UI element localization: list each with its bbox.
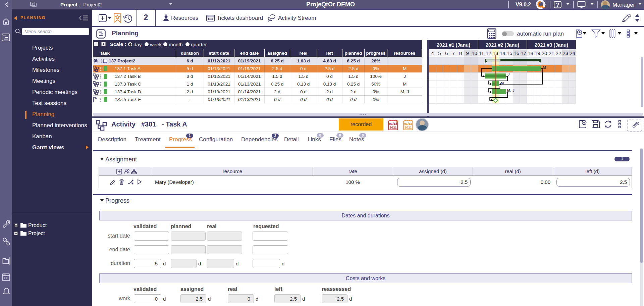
svg-text:2021 #1 (Janu): 2021 #1 (Janu) <box>437 42 470 48</box>
svg-text:19: 19 <box>535 50 540 56</box>
svg-text:11: 11 <box>479 50 484 56</box>
svg-text:6: 6 <box>445 50 448 56</box>
svg-text:2021: 2021 <box>405 125 412 129</box>
svg-text:17: 17 <box>521 50 526 56</box>
svg-text:12: 12 <box>486 50 491 56</box>
svg-text:13: 13 <box>493 50 498 56</box>
svg-text:22: 22 <box>556 50 561 56</box>
svg-text:23: 23 <box>562 50 568 56</box>
svg-text:9: 9 <box>466 50 469 56</box>
svg-text:15: 15 <box>507 50 513 56</box>
svg-text:21: 21 <box>549 50 554 56</box>
svg-text:M, J: M, J <box>507 88 515 92</box>
svg-text:2021: 2021 <box>389 125 397 129</box>
svg-text:14: 14 <box>500 50 505 56</box>
svg-text:4: 4 <box>431 50 434 56</box>
svg-text:7: 7 <box>452 50 455 56</box>
svg-text:2021 #2 (Janu): 2021 #2 (Janu) <box>486 42 519 48</box>
svg-text:M: M <box>543 65 546 69</box>
svg-text:8: 8 <box>459 50 462 56</box>
svg-text:2021 #3 (Janu): 2021 #3 (Janu) <box>535 42 568 48</box>
svg-text:01/12: 01/12 <box>404 122 412 125</box>
svg-text:16: 16 <box>514 50 519 56</box>
svg-text:?: ? <box>556 2 559 8</box>
svg-text:10: 10 <box>472 50 477 56</box>
svg-text:5: 5 <box>438 50 441 56</box>
svg-text:18: 18 <box>528 50 533 56</box>
svg-text:20: 20 <box>542 50 547 56</box>
svg-text:24: 24 <box>570 50 575 56</box>
svg-text:M: M <box>501 81 504 85</box>
svg-text:J: J <box>507 72 509 76</box>
